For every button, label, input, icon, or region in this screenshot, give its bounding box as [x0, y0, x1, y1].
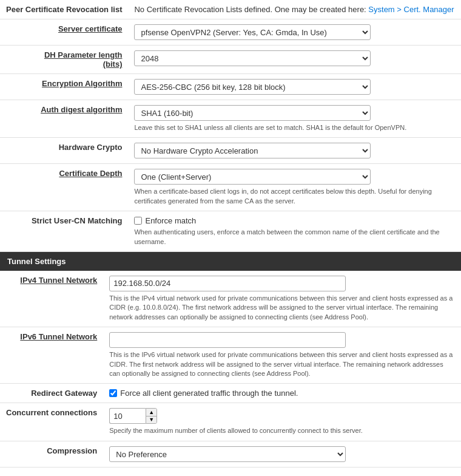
- cert-manager-link[interactable]: System > Cert. Manager: [368, 5, 454, 14]
- strict-user-cn-label: Strict User-CN Matching: [0, 211, 128, 252]
- compression-select[interactable]: No Preference: [109, 446, 346, 462]
- ipv4-tunnel-value: This is the IPv4 virtual network used fo…: [103, 271, 461, 327]
- concurrent-connections-down[interactable]: ▼: [146, 416, 156, 424]
- ipv4-tunnel-label: IPv4 Tunnel Network: [0, 271, 103, 327]
- encryption-alg-label: Encryption Algorithm: [0, 74, 128, 100]
- encryption-alg-value: AES-256-CBC (256 bit key, 128 bit block): [128, 74, 461, 100]
- concurrent-connections-value: ▲ ▼ Specify the maximum number of client…: [103, 403, 461, 441]
- ipv4-tunnel-row: IPv4 Tunnel Network This is the IPv4 vir…: [0, 271, 461, 327]
- auth-digest-value: SHA1 (160-bit) Leave this set to SHA1 un…: [128, 100, 461, 138]
- encryption-alg-select[interactable]: AES-256-CBC (256 bit key, 128 bit block): [134, 79, 371, 95]
- enforce-match-label[interactable]: Enforce match: [145, 216, 196, 225]
- compression-value: No Preference: [103, 441, 461, 467]
- concurrent-connections-spinner: ▲ ▼: [146, 408, 157, 424]
- cert-depth-hint: When a certificate-based client logs in,…: [134, 187, 455, 206]
- encryption-algorithm-row: Encryption Algorithm AES-256-CBC (256 bi…: [0, 74, 461, 100]
- server-cert-value: pfsense OpenVPN2 (Server: Yes, CA: Gmda,…: [128, 19, 461, 46]
- hw-crypto-value: No Hardware Crypto Acceleration: [128, 138, 461, 164]
- server-cert-select[interactable]: pfsense OpenVPN2 (Server: Yes, CA: Gmda,…: [134, 24, 371, 40]
- hw-crypto-select[interactable]: No Hardware Crypto Acceleration: [134, 143, 371, 158]
- ipv4-tunnel-input[interactable]: [109, 276, 346, 291]
- server-cert-label: Server certificate: [0, 19, 128, 46]
- peer-cert-value: No Certificate Revocation Lists defined.…: [128, 0, 461, 19]
- auth-digest-select[interactable]: SHA1 (160-bit): [134, 105, 371, 121]
- certificate-depth-row: Certificate Depth One (Client+Server) Wh…: [0, 164, 461, 211]
- concurrent-connections-up[interactable]: ▲: [146, 409, 156, 416]
- concurrent-connections-label: Concurrent connections: [0, 403, 103, 441]
- redirect-gateway-value: Force all client generated traffic throu…: [103, 384, 461, 403]
- concurrent-connections-row: Concurrent connections ▲ ▼ Specify the m…: [0, 403, 461, 441]
- ipv6-tunnel-row: IPv6 Tunnel Network This is the IPv6 vir…: [0, 327, 461, 384]
- cert-depth-value: One (Client+Server) When a certificate-b…: [128, 164, 461, 211]
- hardware-crypto-row: Hardware Crypto No Hardware Crypto Accel…: [0, 138, 461, 164]
- server-certificate-row: Server certificate pfsense OpenVPN2 (Ser…: [0, 19, 461, 46]
- dh-parameter-row: DH Parameter length(bits) 2048: [0, 46, 461, 74]
- ipv4-tunnel-hint: This is the IPv4 virtual network used fo…: [109, 294, 455, 322]
- ipv6-tunnel-input[interactable]: [109, 332, 346, 348]
- ipv6-tunnel-hint: This is the IPv6 virtual network used fo…: [109, 350, 455, 378]
- hw-crypto-label: Hardware Crypto: [0, 138, 128, 164]
- dh-param-label: DH Parameter length(bits): [0, 46, 128, 74]
- redirect-gateway-label: Redirect Gateway: [0, 384, 103, 403]
- cert-depth-label: Certificate Depth: [0, 164, 128, 211]
- redirect-gateway-checkbox[interactable]: [109, 389, 117, 397]
- strict-user-cn-value: Enforce match When authenticating users,…: [128, 211, 461, 252]
- peer-cert-label: Peer Certificate Revocation list: [0, 0, 128, 19]
- dh-param-select[interactable]: 2048: [134, 50, 371, 66]
- ipv6-tunnel-value: This is the IPv6 virtual network used fo…: [103, 327, 461, 384]
- compression-label: Compression: [0, 441, 103, 467]
- auth-digest-row: Auth digest algorithm SHA1 (160-bit) Lea…: [0, 100, 461, 138]
- concurrent-connections-hint: Specify the maximum number of clients al…: [109, 426, 455, 435]
- redirect-gateway-row: Redirect Gateway Force all client genera…: [0, 384, 461, 403]
- concurrent-connections-input[interactable]: [109, 408, 146, 424]
- compression-row: Compression No Preference: [0, 441, 461, 467]
- ipv6-tunnel-label: IPv6 Tunnel Network: [0, 327, 103, 384]
- dh-param-value: 2048: [128, 46, 461, 74]
- auth-digest-label: Auth digest algorithm: [0, 100, 128, 138]
- strict-user-cn-hint: When authenticating users, enforce a mat…: [134, 228, 455, 246]
- tunnel-settings-header: Tunnel Settings: [0, 252, 461, 271]
- redirect-gateway-checkbox-label[interactable]: Force all client generated traffic throu…: [120, 389, 298, 398]
- peer-cert-revocation-row: Peer Certificate Revocation list No Cert…: [0, 0, 461, 19]
- enforce-match-checkbox[interactable]: [134, 217, 142, 225]
- auth-digest-hint: Leave this set to SHA1 unless all client…: [134, 123, 455, 132]
- cert-depth-select[interactable]: One (Client+Server): [134, 169, 371, 185]
- strict-user-cn-row: Strict User-CN Matching Enforce match Wh…: [0, 211, 461, 252]
